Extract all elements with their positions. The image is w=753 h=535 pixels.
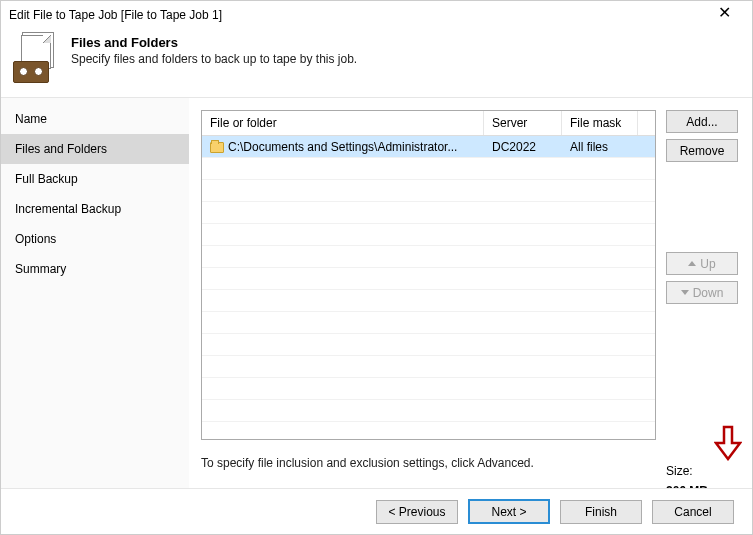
down-label: Down (693, 286, 724, 300)
grid-row-empty (202, 400, 655, 422)
grid-cell-server: DC2022 (484, 140, 562, 154)
finish-button[interactable]: Finish (560, 500, 642, 524)
size-label: Size: (666, 464, 738, 478)
page-title: Files and Folders (71, 35, 357, 50)
hint-text: To specify file inclusion and exclusion … (201, 456, 656, 470)
arrow-up-icon (688, 261, 696, 266)
cancel-button[interactable]: Cancel (652, 500, 734, 524)
grid-row-empty (202, 246, 655, 268)
grid-row-empty (202, 158, 655, 180)
files-grid[interactable]: File or folder Server File mask C:\Docum… (201, 110, 656, 440)
sidebar-item-summary[interactable]: Summary (1, 254, 189, 284)
arrow-down-icon (681, 290, 689, 295)
grid-row-empty (202, 356, 655, 378)
grid-row[interactable]: C:\Documents and Settings\Administrator.… (202, 136, 655, 158)
grid-header-mask[interactable]: File mask (562, 111, 638, 135)
close-icon[interactable]: ✕ (704, 3, 744, 27)
add-button[interactable]: Add... (666, 110, 738, 133)
sidebar-item-options[interactable]: Options (1, 224, 189, 254)
wizard-header: Files and Folders Specify files and fold… (1, 29, 752, 97)
grid-row-empty (202, 334, 655, 356)
up-button[interactable]: Up (666, 252, 738, 275)
annotation-arrow-icon (714, 425, 742, 461)
sidebar-item-name[interactable]: Name (1, 104, 189, 134)
grid-row-empty (202, 202, 655, 224)
folder-icon (210, 142, 224, 153)
previous-button[interactable]: < Previous (376, 500, 458, 524)
sidebar-item-full-backup[interactable]: Full Backup (1, 164, 189, 194)
grid-cell-mask: All files (562, 140, 638, 154)
grid-row-empty (202, 290, 655, 312)
grid-row-empty (202, 268, 655, 290)
grid-row-empty (202, 312, 655, 334)
sidebar-item-files-and-folders[interactable]: Files and Folders (1, 134, 189, 164)
grid-row-empty (202, 224, 655, 246)
grid-header-file[interactable]: File or folder (202, 111, 484, 135)
grid-header: File or folder Server File mask (202, 111, 655, 136)
grid-header-server[interactable]: Server (484, 111, 562, 135)
remove-button[interactable]: Remove (666, 139, 738, 162)
grid-row-empty (202, 180, 655, 202)
next-button[interactable]: Next > (468, 499, 550, 524)
grid-cell-path: C:\Documents and Settings\Administrator.… (228, 140, 457, 154)
window-title: Edit File to Tape Job [File to Tape Job … (9, 8, 704, 22)
wizard-steps-sidebar: Name Files and Folders Full Backup Incre… (1, 98, 189, 533)
wizard-footer: < Previous Next > Finish Cancel (1, 488, 752, 534)
up-label: Up (700, 257, 715, 271)
page-subtitle: Specify files and folders to back up to … (71, 52, 357, 66)
down-button[interactable]: Down (666, 281, 738, 304)
tape-job-icon (13, 35, 61, 83)
grid-row-empty (202, 378, 655, 400)
sidebar-item-incremental-backup[interactable]: Incremental Backup (1, 194, 189, 224)
